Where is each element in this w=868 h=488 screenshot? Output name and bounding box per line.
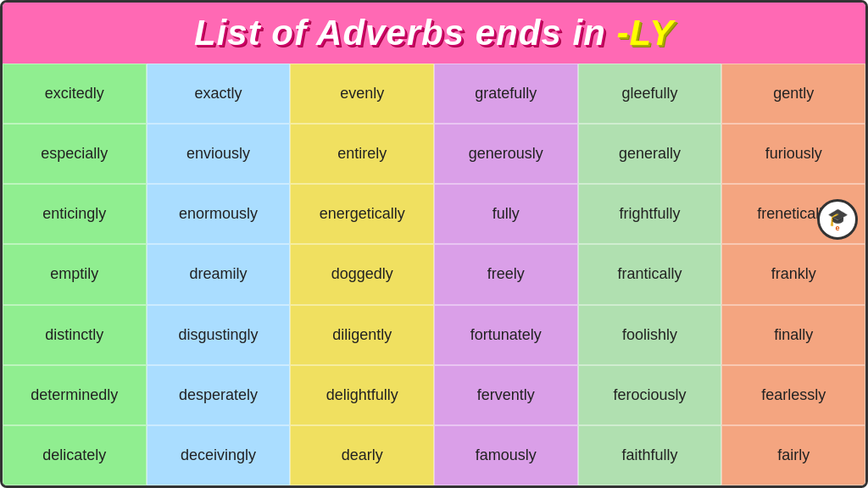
- word-cell-r1-c0: especially: [3, 124, 147, 184]
- word-text: furiously: [765, 145, 822, 163]
- word-text: deceivingly: [181, 446, 256, 464]
- word-text: determinedly: [31, 386, 118, 404]
- word-cell-r5-c1: desperately: [147, 365, 291, 425]
- word-cell-r1-c4: generally: [578, 124, 722, 184]
- word-cell-r4-c3: fortunately: [434, 305, 578, 365]
- title-highlight: -LY: [616, 13, 674, 53]
- word-text: fully: [492, 205, 520, 223]
- word-text: generously: [469, 145, 543, 163]
- word-text: ferociously: [613, 386, 686, 404]
- header: List of Adverbs ends in -LY: [3, 3, 865, 64]
- word-cell-r5-c2: delightfully: [290, 365, 434, 425]
- word-cell-r4-c5: finally: [721, 305, 865, 365]
- word-cell-r0-c3: gratefully: [434, 64, 578, 124]
- word-cell-r6-c1: deceivingly: [147, 425, 291, 485]
- word-text: frightfully: [619, 205, 680, 223]
- word-cell-r0-c5: gently: [721, 64, 865, 124]
- word-cell-r0-c2: evenly: [290, 64, 434, 124]
- word-text: faithfully: [621, 446, 677, 464]
- word-cell-r3-c5: frankly: [721, 244, 865, 304]
- word-text: frantically: [617, 265, 682, 283]
- word-text: exactly: [194, 85, 242, 103]
- word-cell-r4-c0: distinctly: [3, 305, 147, 365]
- word-cell-r6-c0: delicately: [3, 425, 147, 485]
- word-text: freely: [487, 265, 525, 283]
- title-main: List of Adverbs ends in: [194, 13, 617, 53]
- word-text: dearly: [342, 446, 383, 464]
- word-cell-r6-c4: faithfully: [578, 425, 722, 485]
- word-text: gratefully: [475, 85, 537, 103]
- word-cell-r2-c4: frightfully: [578, 184, 722, 244]
- word-text: dreamily: [189, 265, 247, 283]
- word-text: entirely: [337, 145, 387, 163]
- word-text: fortunately: [470, 326, 542, 344]
- word-text: diligently: [332, 326, 392, 344]
- word-cell-r6-c2: dearly: [290, 425, 434, 485]
- word-text: famously: [476, 446, 537, 464]
- word-text: delightfully: [326, 386, 398, 404]
- word-cell-r0-c0: excitedly: [3, 64, 147, 124]
- word-cell-r2-c2: energetically: [290, 184, 434, 244]
- word-cell-r3-c0: emptily: [3, 244, 147, 304]
- word-text: energetically: [320, 205, 405, 223]
- word-cell-r3-c2: doggedly: [290, 244, 434, 304]
- word-cell-r2-c5: frenetically🎓e: [721, 184, 865, 244]
- word-cell-r3-c3: freely: [434, 244, 578, 304]
- word-text: enormously: [179, 205, 258, 223]
- word-cell-r0-c1: exactly: [147, 64, 291, 124]
- word-cell-r1-c1: enviously: [147, 124, 291, 184]
- word-cell-r5-c0: determinedly: [3, 365, 147, 425]
- header-title: List of Adverbs ends in -LY: [194, 13, 674, 53]
- word-cell-r0-c4: gleefully: [578, 64, 722, 124]
- word-text: finally: [774, 326, 813, 344]
- word-cell-r4-c4: foolishly: [578, 305, 722, 365]
- word-cell-r5-c5: fearlessly: [721, 365, 865, 425]
- logo-icon: 🎓e: [817, 199, 858, 240]
- word-text: desperately: [179, 386, 258, 404]
- word-text: enviously: [186, 145, 250, 163]
- main-container: List of Adverbs ends in -LY excitedlyexa…: [0, 0, 868, 488]
- word-cell-r3-c4: frantically: [578, 244, 722, 304]
- word-cell-r2-c0: enticingly: [3, 184, 147, 244]
- word-text: especially: [41, 145, 108, 163]
- word-text: disgustingly: [178, 326, 258, 344]
- word-text: doggedly: [331, 265, 393, 283]
- word-text: generally: [619, 145, 681, 163]
- word-cell-r4-c1: disgustingly: [147, 305, 291, 365]
- word-text: delicately: [42, 446, 106, 464]
- word-cell-r6-c5: fairly: [721, 425, 865, 485]
- word-text: distinctly: [45, 326, 103, 344]
- word-text: enticingly: [42, 205, 106, 223]
- word-text: fearlessly: [761, 386, 826, 404]
- word-text: evenly: [340, 85, 384, 103]
- word-text: fairly: [777, 446, 810, 464]
- word-text: gently: [773, 85, 814, 103]
- word-cell-r5-c4: ferociously: [578, 365, 722, 425]
- word-cell-r3-c1: dreamily: [147, 244, 291, 304]
- word-text: frankly: [771, 265, 816, 283]
- word-cell-r6-c3: famously: [434, 425, 578, 485]
- word-cell-r1-c2: entirely: [290, 124, 434, 184]
- word-text: emptily: [50, 265, 98, 283]
- word-cell-r1-c3: generously: [434, 124, 578, 184]
- word-text: foolishly: [622, 326, 677, 344]
- word-text: fervently: [477, 386, 535, 404]
- word-cell-r4-c2: diligently: [290, 305, 434, 365]
- word-cell-r2-c3: fully: [434, 184, 578, 244]
- word-cell-r5-c3: fervently: [434, 365, 578, 425]
- word-text: excitedly: [45, 85, 104, 103]
- word-cell-r2-c1: enormously: [147, 184, 291, 244]
- word-cell-r1-c5: furiously: [721, 124, 865, 184]
- word-grid: excitedlyexactlyevenlygratefullygleefull…: [3, 64, 865, 485]
- word-text: gleefully: [621, 85, 677, 103]
